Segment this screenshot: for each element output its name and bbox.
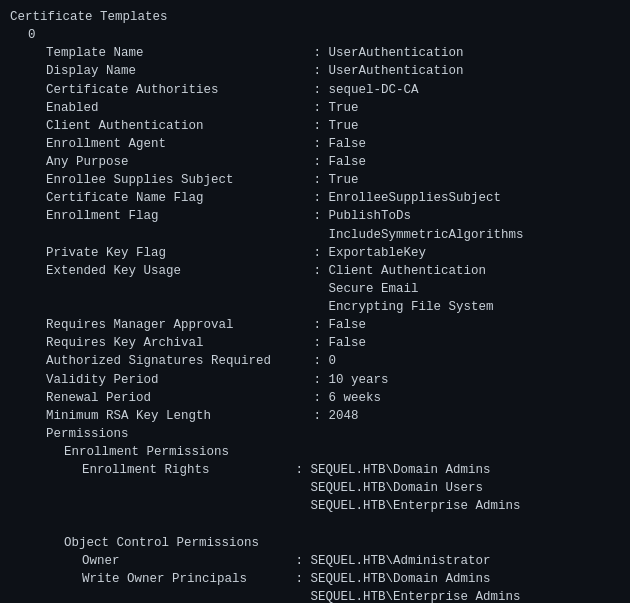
extended-key-usage-cont1-line: Secure Email — [10, 280, 620, 298]
object-control-header-line: Object Control Permissions — [10, 534, 620, 552]
extended-key-usage-cont2-line: Encrypting File System — [10, 298, 620, 316]
cert-name-flag-line: Certificate Name Flag : EnrolleeSupplies… — [10, 189, 620, 207]
template-name-line: Template Name : UserAuthentication — [10, 44, 620, 62]
index-line: 0 — [10, 26, 620, 44]
enrollment-rights-line: Enrollment Rights : SEQUEL.HTB\Domain Ad… — [10, 461, 620, 479]
manager-approval-line: Requires Manager Approval : False — [10, 316, 620, 334]
header-line: Certificate Templates — [10, 8, 620, 26]
any-purpose-line: Any Purpose : False — [10, 153, 620, 171]
cert-authorities-line: Certificate Authorities : sequel-DC-CA — [10, 81, 620, 99]
enrollment-rights-cont1-line: SEQUEL.HTB\Domain Users — [10, 479, 620, 497]
min-rsa-line: Minimum RSA Key Length : 2048 — [10, 407, 620, 425]
write-owner-line: Write Owner Principals : SEQUEL.HTB\Doma… — [10, 570, 620, 588]
permissions-header-line: Permissions — [10, 425, 620, 443]
private-key-flag-line: Private Key Flag : ExportableKey — [10, 244, 620, 262]
extended-key-usage-line: Extended Key Usage : Client Authenticati… — [10, 262, 620, 280]
validity-period-line: Validity Period : 10 years — [10, 371, 620, 389]
auth-sigs-line: Authorized Signatures Required : 0 — [10, 352, 620, 370]
blank-line — [10, 516, 620, 534]
enrollment-agent-line: Enrollment Agent : False — [10, 135, 620, 153]
enabled-line: Enabled : True — [10, 99, 620, 117]
enrollee-supplies-line: Enrollee Supplies Subject : True — [10, 171, 620, 189]
display-name-line: Display Name : UserAuthentication — [10, 62, 620, 80]
owner-line: Owner : SEQUEL.HTB\Administrator — [10, 552, 620, 570]
enrollment-flag-line: Enrollment Flag : PublishToDs — [10, 207, 620, 225]
terminal-output: Certificate Templates 0 Template Name : … — [0, 0, 630, 603]
enrollment-flag-cont-line: IncludeSymmetricAlgorithms — [10, 226, 620, 244]
renewal-period-line: Renewal Period : 6 weeks — [10, 389, 620, 407]
key-archival-line: Requires Key Archival : False — [10, 334, 620, 352]
enrollment-rights-cont2-line: SEQUEL.HTB\Enterprise Admins — [10, 497, 620, 515]
write-owner-cont1-line: SEQUEL.HTB\Enterprise Admins — [10, 588, 620, 603]
enrollment-permissions-header-line: Enrollment Permissions — [10, 443, 620, 461]
client-auth-line: Client Authentication : True — [10, 117, 620, 135]
